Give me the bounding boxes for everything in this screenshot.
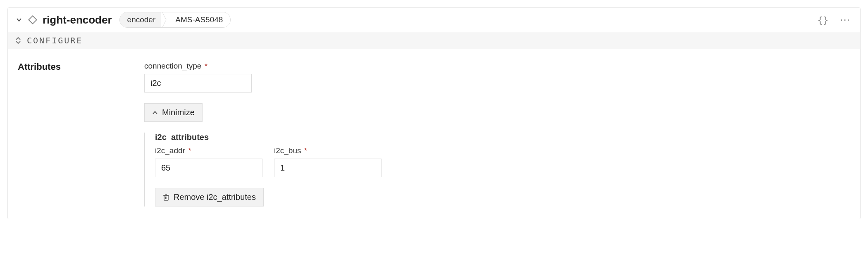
crumb-model[interactable]: AMS-AS5048 [168, 12, 230, 27]
svg-rect-1 [164, 195, 168, 200]
collapse-section-icon [15, 37, 21, 44]
attributes-form: connection_type * Minimize i2c_attribute… [144, 62, 850, 206]
left-column: Attributes [18, 62, 121, 206]
crumb-separator-icon [161, 12, 168, 27]
i2c-addr-label: i2c_addr * [155, 146, 262, 155]
required-asterisk: * [202, 62, 207, 70]
json-toggle-icon[interactable]: {} [813, 15, 833, 25]
connection-type-label-text: connection_type [144, 62, 201, 70]
chevron-up-icon [152, 111, 158, 115]
required-asterisk: * [302, 146, 308, 155]
i2c-attributes-title: i2c_attributes [155, 133, 850, 142]
i2c-addr-input[interactable] [155, 159, 262, 177]
configure-label: CONFIGURE [27, 36, 83, 45]
i2c-fields-row: i2c_addr * i2c_bus * [155, 146, 850, 177]
i2c-bus-input[interactable] [274, 159, 382, 177]
collapse-chevron-icon[interactable] [15, 16, 23, 24]
field-connection-type: connection_type * [144, 62, 850, 93]
i2c-attributes-section: i2c_attributes i2c_addr * i2c_bus * [144, 133, 850, 206]
remove-i2c-attributes-label: Remove i2c_attributes [174, 192, 256, 202]
field-i2c-addr: i2c_addr * [155, 146, 262, 177]
breadcrumb: encoder AMS-AS5048 [119, 12, 231, 28]
i2c-addr-label-text: i2c_addr [155, 146, 185, 155]
i2c-bus-label-text: i2c_bus [274, 146, 301, 155]
connection-type-label: connection_type * [144, 62, 850, 71]
field-i2c-bus: i2c_bus * [274, 146, 382, 177]
connection-type-input[interactable] [144, 74, 252, 93]
attributes-heading: Attributes [18, 62, 121, 72]
minimize-label: Minimize [162, 108, 195, 117]
svg-rect-0 [29, 16, 36, 24]
component-card: right-encoder encoder AMS-AS5048 {} ··· … [7, 7, 861, 219]
i2c-bus-label: i2c_bus * [274, 146, 382, 155]
remove-i2c-attributes-button[interactable]: Remove i2c_attributes [155, 188, 264, 206]
card-header: right-encoder encoder AMS-AS5048 {} ··· [8, 8, 860, 32]
configure-body: Attributes connection_type * Minimize i2… [8, 49, 860, 219]
required-asterisk: * [186, 146, 191, 155]
component-type-icon [28, 15, 38, 25]
crumb-type[interactable]: encoder [120, 12, 162, 27]
trash-icon [163, 194, 169, 201]
component-title: right-encoder [43, 14, 112, 26]
more-menu-icon[interactable]: ··· [837, 17, 853, 23]
configure-bar[interactable]: CONFIGURE [8, 32, 860, 49]
minimize-button[interactable]: Minimize [144, 103, 203, 122]
